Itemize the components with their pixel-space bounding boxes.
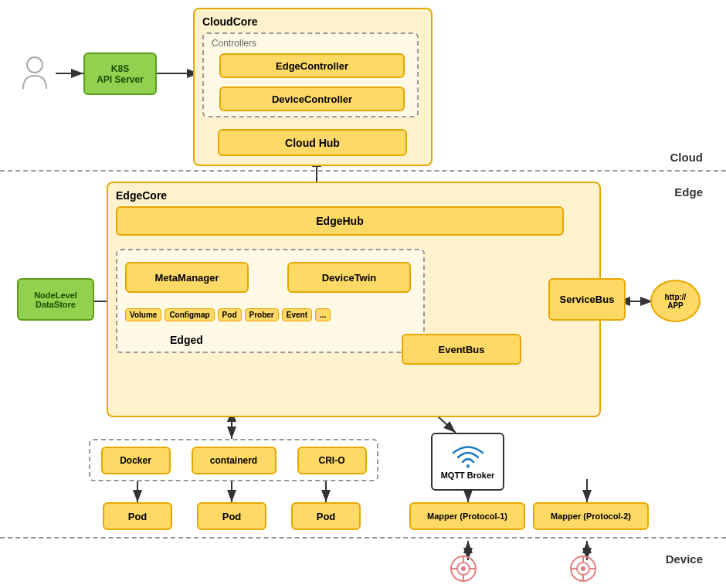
edge-hub: EdgeHub xyxy=(116,206,564,236)
docker-box: Docker xyxy=(101,447,171,474)
device-1-svg xyxy=(444,553,483,584)
edgecore-box: EdgeCore EdgeHub MetaManager DeviceTwin … xyxy=(107,182,601,417)
tag-prober: Prober xyxy=(245,308,279,321)
svg-point-24 xyxy=(466,464,470,467)
device-2-icon xyxy=(564,553,602,584)
svg-point-30 xyxy=(581,566,585,571)
device-1-icon xyxy=(444,553,483,584)
tag-volume: Volume xyxy=(125,308,161,321)
svg-point-27 xyxy=(461,566,466,571)
device-controller: DeviceController xyxy=(219,87,405,111)
tag-event: Event xyxy=(282,308,312,321)
cloudcore-box: CloudCore Controllers EdgeController Dev… xyxy=(193,8,433,166)
mapper-2: Mapper (Protocol-2) xyxy=(533,502,649,530)
tags-row: Volume Configmap Pod Prober Event ... xyxy=(125,308,331,321)
mqtt-label: MQTT Broker xyxy=(441,471,495,480)
svg-point-23 xyxy=(27,57,42,73)
tag-more: ... xyxy=(315,308,331,321)
device-2-svg xyxy=(564,553,602,584)
diagram-container: Cloud Edge Device K8S API Server CloudCo… xyxy=(0,0,726,588)
meta-manager: MetaManager xyxy=(125,262,249,293)
user-svg xyxy=(19,54,50,93)
controllers-label: Controllers xyxy=(212,38,256,49)
cloud-hub: Cloud Hub xyxy=(218,129,407,156)
cri-o-box: CRI-O xyxy=(297,447,367,474)
edged-label: Edged xyxy=(170,334,203,346)
mqtt-broker: MQTT Broker xyxy=(431,433,504,491)
node-data-store: NodeLevel DataStore xyxy=(17,278,94,321)
containerd-box: containerd xyxy=(192,447,276,474)
device-label: Device xyxy=(666,552,703,566)
mapper-1: Mapper (Protocol-1) xyxy=(409,502,525,530)
event-bus: EventBus xyxy=(402,334,521,365)
service-bus: ServiceBus xyxy=(548,278,626,321)
edge-label: Edge xyxy=(674,185,703,199)
user-icon xyxy=(15,50,54,97)
app-circle: http:// APP xyxy=(650,280,701,322)
edgecore-title: EdgeCore xyxy=(116,189,167,202)
runtimes-box: Docker containerd CRI-O xyxy=(89,439,378,481)
cloudcore-title: CloudCore xyxy=(202,15,258,28)
pod-1: Pod xyxy=(103,502,172,530)
inner-dashed-box: MetaManager DeviceTwin Volume Configmap … xyxy=(116,249,425,353)
pod-2: Pod xyxy=(197,502,266,530)
device-twin: DeviceTwin xyxy=(287,262,411,293)
pod-3: Pod xyxy=(291,502,361,530)
controllers-box: Controllers EdgeController DeviceControl… xyxy=(202,32,419,117)
k8s-api-server: K8S API Server xyxy=(83,53,157,95)
cloud-label: Cloud xyxy=(670,151,704,164)
cloud-divider xyxy=(0,170,726,172)
tag-configmap: Configmap xyxy=(165,308,214,321)
mqtt-icon xyxy=(449,444,487,471)
edge-controller: EdgeController xyxy=(219,53,405,78)
tag-pod: Pod xyxy=(218,308,242,321)
device-divider xyxy=(0,537,726,539)
